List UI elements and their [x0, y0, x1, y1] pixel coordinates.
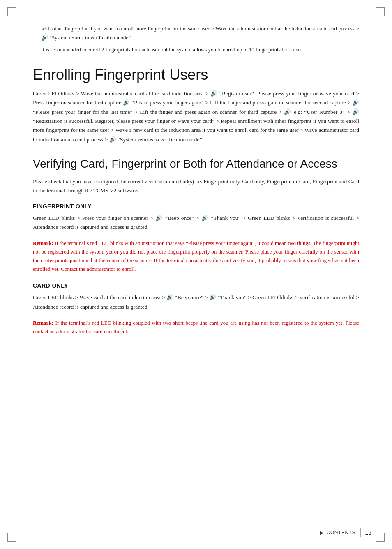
corner-mark-br: [376, 533, 385, 542]
card-only-title: CARD ONLY: [33, 282, 359, 289]
speaker-icon-8: 🔊: [155, 215, 163, 221]
intro-para2: It is recommended to enroll 2 fingerprin…: [41, 46, 359, 54]
fingerprint-only-remark-label: Remark:: [33, 240, 53, 246]
fingerprint-only-body: Green LED blinks > Press your finger on …: [33, 214, 359, 232]
footer: ▶ CONTENTS 19: [320, 528, 371, 537]
card-only-body: Green LED blinks > Wave card at the card…: [33, 293, 359, 311]
verifying-intro: Please check that you have configured th…: [33, 177, 359, 196]
intro-para1: with other fingerprint if you want to en…: [41, 25, 359, 42]
verifying-title: Verifying Card, Fingerprint or Both for …: [33, 157, 359, 171]
footer-page-number: 19: [360, 528, 371, 537]
speaker-icon-11: 🔊: [209, 294, 216, 300]
verifying-section: Verifying Card, Fingerprint or Both for …: [33, 157, 359, 336]
corner-mark-bl: [7, 533, 16, 542]
fingerprint-only-title: FINGERPRINT ONLY: [33, 203, 359, 210]
speaker-icon-10: 🔊: [166, 294, 173, 300]
enrolling-title: Enrolling Fingerprint Users: [33, 66, 359, 83]
footer-triangle-icon: ▶: [320, 530, 323, 535]
speaker-icon-9: 🔊: [201, 215, 209, 221]
intro-block: with other fingerprint if you want to en…: [33, 25, 359, 54]
page: with other fingerprint if you want to en…: [0, 0, 392, 549]
enrolling-section: Enrolling Fingerprint Users Green LED bl…: [33, 66, 359, 144]
speaker-icon-4: 🔊: [352, 99, 359, 106]
card-only-remark: Remark: If the terminal’s red LED blinki…: [33, 319, 359, 336]
speaker-icon-1: 🔊: [41, 35, 48, 41]
footer-contents-label: CONTENTS: [327, 530, 356, 535]
enrolling-body: Green LED blinks > Wave the administrato…: [33, 89, 359, 144]
fingerprint-only-subsection: FINGERPRINT ONLY Green LED blinks > Pres…: [33, 203, 359, 274]
corner-mark-tr: [376, 7, 385, 16]
corner-mark-tl: [7, 7, 16, 16]
speaker-icon-7: 🔊: [109, 136, 116, 143]
speaker-icon-2: 🔊: [210, 90, 218, 97]
speaker-icon-3: 🔊: [123, 99, 130, 106]
card-only-subsection: CARD ONLY Green LED blinks > Wave card a…: [33, 282, 359, 336]
card-only-remark-label: Remark:: [33, 320, 53, 326]
speaker-icon-5: 🔊: [284, 109, 292, 115]
fingerprint-only-remark: Remark: If the terminal’s red LED blinks…: [33, 239, 359, 273]
speaker-icon-6: 🔊: [352, 109, 359, 115]
